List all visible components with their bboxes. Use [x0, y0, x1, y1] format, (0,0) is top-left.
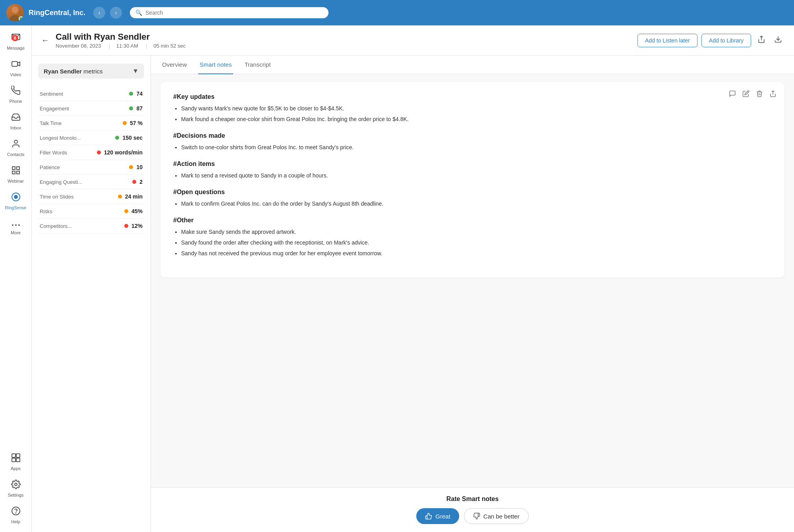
metric-row: Patience 10 [38, 160, 144, 175]
search-bar[interactable]: 🔍 [130, 7, 328, 18]
notes-comment-button[interactable] [727, 89, 738, 100]
sidebar-item-label-ringsense: RingSense [5, 205, 27, 210]
metric-label: Time on Slides [40, 194, 118, 200]
company-name: RingCentral, Inc. [29, 9, 85, 17]
metric-row: Risks 45% [38, 204, 144, 219]
sidebar-item-settings[interactable]: Settings [2, 476, 29, 501]
call-time: 11:30 AM [116, 43, 138, 49]
nav-forward-button[interactable]: › [110, 7, 122, 19]
metric-dot [124, 224, 128, 228]
sidebar-item-video[interactable]: Video [2, 55, 29, 81]
metric-dot [129, 165, 133, 169]
tab-overview[interactable]: Overview [160, 56, 189, 74]
call-meta: November 08, 2023 | 11:30 AM | 05 min 52… [56, 43, 631, 49]
notes-section-title: #Other [173, 217, 772, 224]
sidebar-item-help[interactable]: Help [2, 502, 29, 528]
add-listen-later-button[interactable]: Add to Listen later [638, 34, 697, 47]
sidebar-item-label-settings: Settings [8, 493, 24, 497]
svg-rect-4 [12, 62, 17, 66]
notes-delete-button[interactable] [754, 89, 765, 100]
metric-value: 10 [136, 164, 143, 170]
metric-row: Talk Time 57 % [38, 116, 144, 131]
content-area: ← Call with Ryan Sendler November 08, 20… [32, 25, 794, 532]
svg-rect-9 [12, 171, 15, 174]
notes-edit-button[interactable] [741, 89, 751, 100]
sidebar-item-more[interactable]: More [2, 215, 29, 239]
rate-great-button[interactable]: Great [416, 508, 459, 524]
rate-section: Rate Smart notes Great [151, 487, 794, 532]
settings-icon [11, 480, 21, 492]
svg-rect-16 [16, 454, 20, 457]
metric-value: 12% [131, 223, 143, 229]
chevron-down-icon: ▼ [132, 67, 139, 75]
metric-row: Time on Slides 24 min [38, 189, 144, 204]
metric-dot [129, 92, 133, 96]
metrics-selector[interactable]: Ryan Sendler metrics ▼ [38, 64, 144, 79]
nav-back-button[interactable]: ‹ [93, 7, 105, 19]
notes-list: Make sure Sandy sends the approved artwo… [173, 228, 772, 258]
notes-card-actions [727, 89, 778, 100]
right-panel: Overview Smart notes Transcript [151, 56, 794, 532]
metric-value: 45% [131, 208, 143, 214]
video-icon [11, 59, 21, 71]
metric-label: Patience [40, 164, 129, 170]
metric-label: Engaging Questi... [40, 179, 132, 185]
message-badge: 8 [12, 35, 18, 41]
call-duration: 05 min 52 sec [153, 43, 185, 49]
apps-icon [11, 453, 21, 465]
sidebar-item-message[interactable]: 8 Message [2, 29, 29, 54]
ringsense-icon [11, 192, 21, 204]
sidebar-item-inbox[interactable]: Inbox [2, 108, 29, 134]
sidebar-item-webinar[interactable]: Webinar [2, 162, 29, 187]
metric-value: 150 sec [122, 135, 143, 141]
metric-row: Engagement 87 [38, 101, 144, 116]
metric-row: Longest Monolo... 150 sec [38, 131, 144, 145]
sidebar-item-contacts[interactable]: Contacts [2, 135, 29, 161]
search-input[interactable] [145, 10, 323, 16]
metric-dot [118, 195, 122, 199]
metric-label: Engagement [40, 106, 129, 112]
notes-share-button[interactable] [768, 89, 778, 100]
svg-rect-6 [12, 167, 15, 170]
metric-row: Competitors... 12% [38, 219, 144, 233]
phone-icon [11, 86, 21, 98]
back-button[interactable]: ← [41, 36, 49, 45]
sidebar-item-label-video: Video [10, 72, 21, 77]
panels: Ryan Sendler metrics ▼ Sentiment 74 Enga… [32, 56, 794, 532]
notes-section-title: #Decisions made [173, 132, 772, 139]
metric-value: 57 % [130, 120, 143, 126]
more-icon [11, 219, 21, 229]
notes-list: Mark to send a revised quote to Sandy in… [173, 172, 772, 180]
metric-dot [115, 136, 119, 140]
sidebar-item-label-inbox: Inbox [10, 125, 21, 130]
svg-rect-18 [16, 458, 20, 462]
svg-rect-17 [12, 458, 15, 462]
avatar[interactable] [6, 4, 24, 21]
contacts-icon [11, 139, 21, 151]
share-button[interactable] [755, 33, 768, 48]
sidebar-item-apps[interactable]: Apps [2, 449, 29, 475]
metric-label: Risks [40, 208, 124, 214]
metric-row: Engaging Questi... 2 [38, 175, 144, 189]
rate-buttons: Great Can be better [416, 508, 528, 524]
svg-point-19 [15, 483, 17, 486]
sidebar-item-phone[interactable]: Phone [2, 82, 29, 108]
tab-transcript[interactable]: Transcript [243, 56, 272, 74]
notes-list-item: Mark to send a revised quote to Sandy in… [181, 172, 772, 180]
metrics-selector-name: Ryan Sendler [44, 68, 82, 75]
tab-smart-notes[interactable]: Smart notes [198, 56, 234, 74]
sidebar-item-ringsense[interactable]: RingSense [2, 188, 29, 214]
rate-better-button[interactable]: Can be better [464, 508, 529, 524]
sidebar-item-label-help: Help [11, 519, 20, 524]
notes-list-item: Sandy found the order after checking wit… [181, 239, 772, 247]
download-button[interactable] [772, 33, 784, 48]
sidebar-item-label-phone: Phone [10, 99, 22, 104]
add-library-button[interactable]: Add to Library [701, 34, 751, 47]
metric-dot [132, 180, 136, 184]
header-actions: Add to Listen later Add to Library [638, 33, 784, 48]
metric-label: Sentiment [40, 91, 129, 97]
notes-section: #Key updatesSandy wants Mark's new quote… [173, 93, 772, 123]
metric-dot [123, 121, 127, 125]
meta-divider2: | [146, 43, 147, 49]
help-icon [11, 506, 21, 518]
